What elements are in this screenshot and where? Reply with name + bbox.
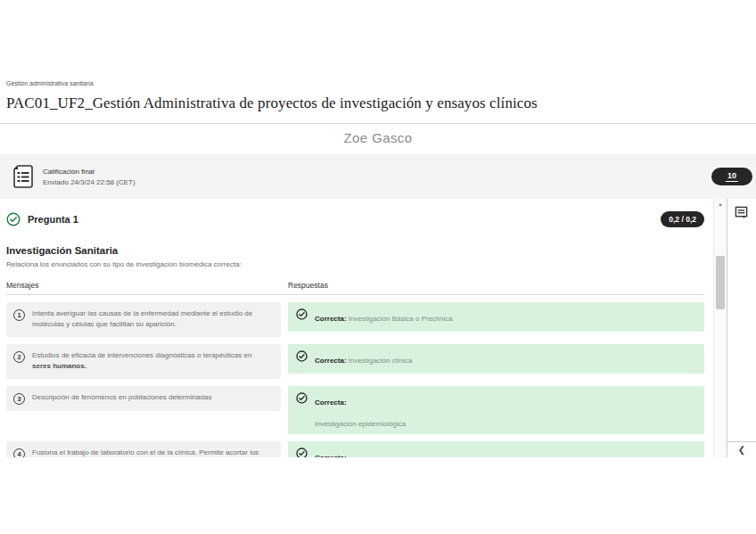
answer-text: Investigación Básica o Preclínica (349, 315, 453, 323)
correct-check-icon (296, 350, 308, 362)
message-box-2: 2 Estudios de eficacia de intervenciones… (6, 344, 281, 379)
message-text: Fusiona el trabajo de laboratorio con el… (32, 448, 272, 457)
page-title: PAC01_UF2_Gestión Administrativa de proy… (6, 94, 756, 112)
number-badge: 2 (13, 351, 25, 363)
answer-text-block: Investigación epidemiológica (315, 420, 406, 428)
answer-text: Investigación clínica (349, 357, 413, 365)
collapse-panel-chevron-icon[interactable]: ❮ (738, 446, 745, 455)
message-text: Estudios de eficacia de intervenciones d… (32, 350, 272, 373)
question-correct-icon (6, 212, 21, 226)
final-grade-value: 10 (726, 171, 738, 182)
number-badge: 3 (13, 393, 25, 405)
student-name: Zoe Gasco (344, 130, 413, 145)
grade-texts: Calificación final Enviado 24/3/24 22:58… (43, 168, 711, 186)
feedback-comment-icon[interactable] (735, 206, 756, 219)
scrollbar-thumb[interactable] (716, 256, 725, 309)
correct-check-icon (296, 308, 308, 320)
correct-check-icon (296, 448, 308, 457)
panel-footer: ❮ (727, 441, 756, 457)
final-grade-bar: Calificación final Enviado 24/3/24 22:58… (0, 154, 756, 199)
answer-label: Correcta: (315, 357, 347, 365)
matching-columns-header: Mensajes Respuestas (6, 281, 704, 295)
question-area: Pregunta 1 0,2 / 0,2 Investigación Sanit… (0, 199, 713, 457)
side-panel: ❮ (727, 199, 756, 457)
grade-submitted-date: Enviado 24/3/24 22:58 (CET) (43, 178, 711, 186)
answer-box-4: Correcta: Investigación traslacional (288, 441, 704, 457)
scrollbar-up-arrow[interactable]: ▲ (714, 199, 727, 207)
number-badge: 4 (13, 448, 25, 457)
message-box-1: 1 Intenta averiguar las causas de la enf… (6, 302, 281, 337)
column-header-answers: Respuestas (288, 281, 704, 290)
student-row: Zoe Gasco (0, 124, 756, 154)
message-box-3: 3 Descripción de fenómenos en poblacione… (6, 386, 281, 411)
content-region: Pregunta 1 0,2 / 0,2 Investigación Sanit… (0, 199, 756, 457)
vertical-scrollbar[interactable]: ▲ (713, 199, 727, 457)
matching-row: 1 Intenta averiguar las causas de la enf… (6, 302, 704, 337)
grade-label: Calificación final (43, 168, 711, 176)
rubric-icon (12, 164, 34, 189)
attempt-review-page: Gestión administrativa sanitaria PAC01_U… (0, 0, 756, 534)
question-title: Investigación Sanitaria (6, 245, 704, 256)
matching-row: 2 Estudios de eficacia de intervenciones… (6, 344, 704, 379)
message-box-4: 4 Fusiona el trabajo de laboratorio con … (6, 441, 281, 457)
correct-check-icon (296, 392, 308, 404)
message-text: Intenta averiguar las causas de la enfer… (32, 308, 272, 331)
answer-box-2: Correcta: Investigación clínica (288, 344, 704, 374)
number-badge: 1 (13, 309, 25, 321)
answer-label: Correcta: (315, 398, 347, 407)
question-header: Pregunta 1 0,2 / 0,2 (6, 211, 704, 227)
column-header-messages: Mensajes (6, 281, 281, 290)
final-grade-pill[interactable]: 10 (711, 168, 752, 185)
matching-row: 3 Descripción de fenómenos en poblacione… (6, 386, 704, 435)
page-header: Gestión administrativa sanitaria PAC01_U… (0, 0, 756, 112)
answer-label: Correcta: (315, 454, 347, 457)
answer-box-1: Correcta: Investigación Básica o Preclín… (288, 302, 704, 332)
matching-row: 4 Fusiona el trabajo de laboratorio con … (6, 441, 704, 457)
answer-label: Correcta: (315, 315, 347, 323)
answer-box-3: Correcta: Investigación epidemiológica (288, 386, 704, 435)
message-text: Descripción de fenómenos en poblaciones … (32, 392, 211, 403)
question-instruction: Relaciona los enunciados con su tipo de … (6, 260, 704, 268)
breadcrumb[interactable]: Gestión administrativa sanitaria (6, 80, 94, 86)
question-score-pill: 0,2 / 0,2 (661, 211, 704, 227)
question-label: Pregunta 1 (28, 214, 78, 225)
